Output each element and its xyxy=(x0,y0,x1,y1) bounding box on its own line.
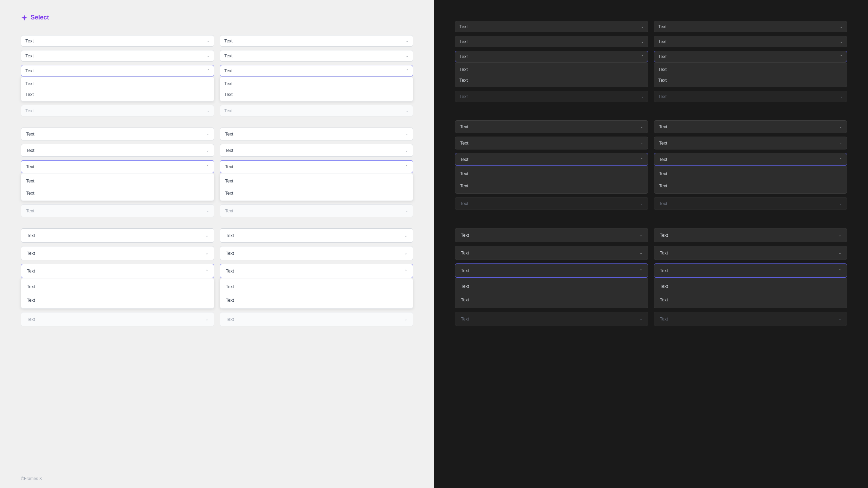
select-lg-disabled-1: Text ⌄ xyxy=(21,312,214,326)
dropdown-item[interactable]: Text xyxy=(21,187,214,199)
dark-select-med-open-group-2: Text ⌃ Text Text xyxy=(654,153,847,194)
dark-select-normal-1[interactable]: Text ⌄ xyxy=(455,21,648,32)
select-normal-2[interactable]: Text ⌄ xyxy=(220,35,413,47)
chevron-down-icon: ⌄ xyxy=(206,234,208,237)
dark-select-med-open-2[interactable]: Text ⌃ xyxy=(654,153,847,166)
select-normal-3[interactable]: Text ⌄ xyxy=(21,50,214,62)
select-normal-4[interactable]: Text ⌄ xyxy=(220,50,413,62)
dark-select-med-disabled-1: Text ⌄ xyxy=(455,197,648,210)
dropdown-item[interactable]: Text xyxy=(220,280,413,293)
select-open-1[interactable]: Text ⌃ xyxy=(21,65,214,76)
dark-select-lg-open-2[interactable]: Text ⌃ xyxy=(654,263,847,278)
select-label: Text xyxy=(461,250,469,255)
dark-row-1-4: Text ⌄ Text ⌄ xyxy=(455,91,847,102)
dark-select-normal-4[interactable]: Text ⌄ xyxy=(654,36,847,47)
dark-select-lg-open-1[interactable]: Text ⌃ xyxy=(455,263,648,278)
chevron-down-icon: ⌄ xyxy=(640,233,642,237)
select-label: Text xyxy=(658,39,667,44)
section-3-light: Text ⌄ Text ⌄ Text ⌄ Text ⌄ Text ⌃ xyxy=(21,228,413,326)
dropdown-item[interactable]: Text xyxy=(455,168,648,180)
dropdown-lg-1: Text Text xyxy=(21,278,214,309)
select-label: Text xyxy=(459,24,468,29)
dropdown-item[interactable]: Text xyxy=(654,75,847,86)
select-lg-open-1[interactable]: Text ⌃ xyxy=(21,264,214,278)
chevron-up-icon: ⌃ xyxy=(207,69,210,73)
dropdown-item[interactable]: Text xyxy=(654,279,847,293)
select-lg-open-group-2: Text ⌃ Text Text xyxy=(220,264,413,309)
dropdown-item[interactable]: Text xyxy=(455,180,648,192)
dropdown-item[interactable]: Text xyxy=(220,187,413,199)
dropdown-item[interactable]: Text xyxy=(654,168,847,180)
select-label: Text xyxy=(25,53,34,58)
dark-select-normal-3[interactable]: Text ⌄ xyxy=(455,36,648,47)
select-med-open-1[interactable]: Text ⌃ xyxy=(21,160,214,173)
dark-select-med-normal-4[interactable]: Text ⌄ xyxy=(654,137,847,149)
dark-select-disabled-1: Text ⌄ xyxy=(455,91,648,102)
select-med-normal-2[interactable]: Text ⌄ xyxy=(220,128,413,140)
chevron-down-icon: ⌄ xyxy=(406,109,409,113)
dropdown-item[interactable]: Text xyxy=(21,78,214,89)
select-lg-normal-3[interactable]: Text ⌄ xyxy=(21,246,214,260)
dark-select-med-normal-1[interactable]: Text ⌄ xyxy=(455,120,648,133)
dropdown-item[interactable]: Text xyxy=(654,293,847,307)
select-med-normal-3[interactable]: Text ⌄ xyxy=(21,144,214,157)
chevron-down-icon: ⌄ xyxy=(838,251,841,255)
dropdown-item[interactable]: Text xyxy=(220,293,413,307)
select-med-normal-4[interactable]: Text ⌄ xyxy=(220,144,413,157)
dropdown-item[interactable]: Text xyxy=(21,280,214,293)
dark-select-lg-normal-1[interactable]: Text ⌄ xyxy=(455,228,648,242)
chevron-down-icon: ⌄ xyxy=(641,25,644,29)
chevron-down-icon: ⌄ xyxy=(840,95,843,98)
select-label: Text xyxy=(25,38,34,43)
dark-select-normal-2[interactable]: Text ⌄ xyxy=(654,21,847,32)
dropdown-med-2: Text Text xyxy=(220,173,413,201)
select-lg-normal-4[interactable]: Text ⌄ xyxy=(220,246,413,260)
dropdown-item[interactable]: Text xyxy=(455,64,648,75)
dark-select-med-normal-3[interactable]: Text ⌄ xyxy=(455,137,648,149)
dropdown-item[interactable]: Text xyxy=(21,175,214,187)
dark-select-lg-normal-3[interactable]: Text ⌄ xyxy=(455,246,648,260)
dropdown-item[interactable]: Text xyxy=(455,293,648,307)
row-3-3: Text ⌃ Text Text Text ⌃ Text Text xyxy=(21,264,413,309)
dark-dropdown-med-2: Text Text xyxy=(654,166,847,194)
select-lg-open-2[interactable]: Text ⌃ xyxy=(220,264,413,278)
dark-row-3-2: Text ⌄ Text ⌄ xyxy=(455,246,847,260)
dropdown-item[interactable]: Text xyxy=(455,279,648,293)
select-med-open-group-1: Text ⌃ Text Text xyxy=(21,160,214,201)
dark-row-1-3: Text ⌃ Text Text Text ⌃ Text Text xyxy=(455,51,847,87)
select-med-open-2[interactable]: Text ⌃ xyxy=(220,160,413,173)
select-normal-1[interactable]: Text ⌄ xyxy=(21,35,214,47)
select-med-normal-1[interactable]: Text ⌄ xyxy=(21,128,214,140)
chevron-down-icon: ⌄ xyxy=(207,54,210,58)
dark-select-med-open-1[interactable]: Text ⌃ xyxy=(455,153,648,166)
dark-dropdown-2: Text Text xyxy=(654,62,847,87)
dropdown-item[interactable]: Text xyxy=(654,180,847,192)
dark-dropdown-lg-1: Text Text xyxy=(455,278,648,308)
dropdown-med-1: Text Text xyxy=(21,173,214,201)
dark-row-3-3: Text ⌃ Text Text Text ⌃ Text Text xyxy=(455,263,847,308)
row-2-3: Text ⌃ Text Text Text ⌃ Text Text xyxy=(21,160,413,201)
dropdown-item[interactable]: Text xyxy=(21,89,214,100)
dropdown-2: Text Text xyxy=(220,76,413,101)
select-lg-normal-2[interactable]: Text ⌄ xyxy=(220,228,413,243)
dropdown-item[interactable]: Text xyxy=(455,75,648,86)
dropdown-item[interactable]: Text xyxy=(220,78,413,89)
dark-select-open-1[interactable]: Text ⌃ xyxy=(455,51,648,62)
dark-select-lg-normal-4[interactable]: Text ⌄ xyxy=(654,246,847,260)
dark-select-lg-normal-2[interactable]: Text ⌄ xyxy=(654,228,847,242)
select-lg-normal-1[interactable]: Text ⌄ xyxy=(21,228,214,243)
dropdown-item[interactable]: Text xyxy=(21,293,214,307)
dropdown-item[interactable]: Text xyxy=(654,64,847,75)
chevron-down-icon: ⌄ xyxy=(640,202,643,205)
select-med-disabled-1: Text ⌄ xyxy=(21,204,214,217)
select-label: Text xyxy=(461,316,469,322)
chevron-up-icon: ⌃ xyxy=(641,55,644,58)
select-open-2[interactable]: Text ⌃ xyxy=(220,65,413,76)
select-label: Text xyxy=(25,108,34,113)
row-3-1: Text ⌄ Text ⌄ xyxy=(21,228,413,243)
dropdown-item[interactable]: Text xyxy=(220,89,413,100)
dropdown-item[interactable]: Text xyxy=(220,175,413,187)
dark-select-med-normal-2[interactable]: Text ⌄ xyxy=(654,120,847,133)
dark-select-open-2[interactable]: Text ⌃ xyxy=(654,51,847,62)
logo: Select xyxy=(21,14,413,21)
